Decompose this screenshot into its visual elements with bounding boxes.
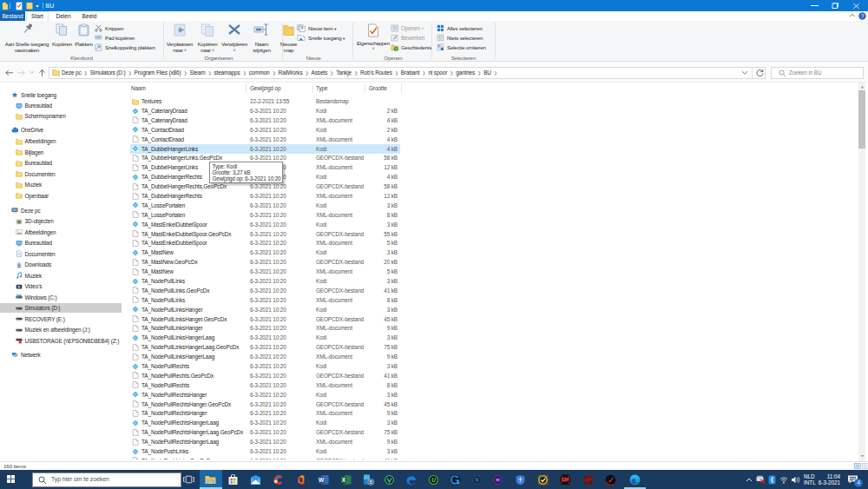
svg-text:B: B xyxy=(369,479,372,485)
svg-text:U: U xyxy=(431,477,436,483)
svg-text:X: X xyxy=(341,477,345,483)
svg-text:4: 4 xyxy=(567,477,569,480)
svg-text:W: W xyxy=(318,477,324,483)
svg-text:?: ? xyxy=(861,13,865,19)
svg-text:4: 4 xyxy=(857,479,860,486)
